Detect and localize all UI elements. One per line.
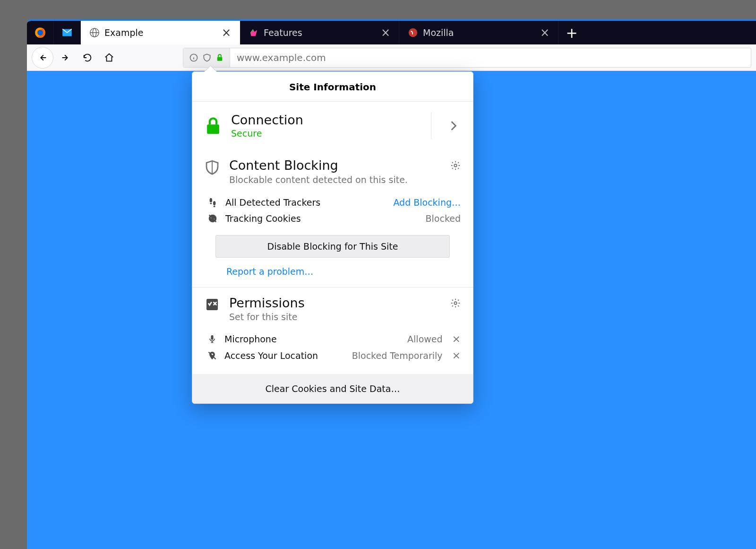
connection-section[interactable]: Connection Secure — [192, 102, 473, 150]
permissions-icon — [205, 296, 220, 312]
permissions-section: Permissions Set for this site Microphone… — [192, 288, 473, 375]
permission-row-location: Access Your Location Blocked Temporarily… — [207, 347, 461, 364]
tab-strip: Example × Features × Mozilla × + — [27, 21, 756, 44]
url-bar[interactable]: www.example.com — [183, 48, 751, 68]
home-button[interactable] — [100, 48, 119, 67]
chevron-right-icon — [441, 121, 461, 131]
lock-icon — [215, 53, 224, 62]
tab-example[interactable]: Example × — [81, 21, 240, 44]
close-icon[interactable]: × — [381, 26, 390, 39]
cookies-label: Tracking Cookies — [225, 213, 418, 224]
shield-icon — [205, 158, 220, 176]
content-blocking-heading: Content Blocking — [229, 158, 441, 173]
svg-point-4 — [409, 28, 417, 37]
pinned-tab-mail[interactable] — [54, 21, 81, 44]
close-icon[interactable]: × — [222, 26, 231, 39]
mail-icon — [61, 26, 73, 39]
svg-point-9 — [210, 198, 213, 202]
remove-permission-button[interactable]: × — [450, 333, 461, 345]
tab-label: Example — [104, 27, 143, 38]
svg-rect-12 — [214, 206, 215, 207]
globe-icon — [89, 27, 100, 38]
svg-rect-11 — [210, 203, 212, 204]
cookies-row: Tracking Cookies Blocked — [207, 210, 461, 227]
identity-box[interactable] — [183, 48, 230, 67]
svg-point-1 — [37, 30, 43, 35]
tracker-row: All Detected Trackers Add Blocking… — [207, 194, 461, 210]
reload-icon — [82, 52, 93, 63]
permission-label: Microphone — [224, 334, 400, 344]
tracker-label: All Detected Trackers — [225, 197, 386, 208]
svg-rect-18 — [211, 335, 214, 340]
report-problem-link[interactable]: Report a problem… — [226, 266, 313, 277]
cookie-blocked-icon — [207, 213, 218, 224]
arrow-right-icon — [60, 52, 71, 63]
add-blocking-link[interactable]: Add Blocking… — [393, 197, 461, 208]
popup-title: Site Information — [192, 72, 473, 102]
info-icon — [189, 53, 198, 62]
location-blocked-icon — [207, 350, 217, 361]
permissions-sub: Set for this site — [229, 312, 441, 322]
firefox-icon — [34, 26, 46, 39]
site-info-popup: Site Information Connection Secure — [192, 71, 473, 404]
permission-row-microphone: Microphone Allowed × — [207, 331, 461, 347]
gear-icon[interactable] — [450, 296, 461, 308]
permissions-heading: Permissions — [229, 296, 441, 310]
arrow-left-icon — [37, 52, 48, 63]
permission-status: Blocked Temporarily — [352, 350, 443, 361]
features-icon — [249, 27, 259, 38]
clear-cookies-button[interactable]: Clear Cookies and Site Data… — [192, 374, 473, 403]
shield-icon — [202, 53, 212, 62]
new-tab-button[interactable]: + — [558, 21, 585, 44]
svg-rect-7 — [207, 124, 219, 134]
reload-button[interactable] — [78, 48, 97, 67]
tab-features[interactable]: Features × — [240, 21, 399, 44]
home-icon — [104, 52, 114, 63]
navigation-toolbar: www.example.com — [27, 44, 756, 71]
pinned-tab-firefox[interactable] — [27, 21, 54, 44]
connection-text: Connection Secure — [231, 113, 421, 139]
svg-rect-6 — [217, 57, 223, 61]
content-blocking-section: Content Blocking Blockable content detec… — [192, 150, 473, 288]
svg-point-17 — [454, 302, 457, 305]
gear-icon[interactable] — [450, 158, 461, 171]
tab-mozilla[interactable]: Mozilla × — [399, 21, 558, 44]
connection-status: Secure — [231, 128, 421, 139]
connection-heading: Connection — [231, 113, 421, 127]
pinned-tabs — [27, 21, 81, 44]
svg-point-8 — [454, 164, 457, 167]
forward-button[interactable] — [56, 48, 75, 67]
cookies-status: Blocked — [426, 213, 461, 224]
disable-blocking-button[interactable]: Disable Blocking for This Site — [215, 235, 450, 258]
back-button[interactable] — [32, 47, 53, 69]
content-blocking-sub: Blockable content detected on this site. — [229, 174, 441, 185]
lock-icon — [205, 116, 222, 135]
close-icon[interactable]: × — [540, 26, 550, 39]
remove-permission-button[interactable]: × — [450, 349, 461, 361]
svg-point-10 — [213, 201, 216, 205]
tab-label: Mozilla — [423, 27, 454, 38]
divider — [431, 112, 431, 139]
permission-status: Allowed — [407, 334, 442, 344]
microphone-icon — [207, 334, 217, 344]
tab-label: Features — [264, 27, 302, 38]
browser-window: Example × Features × Mozilla × + — [27, 19, 756, 549]
permission-label: Access Your Location — [224, 350, 344, 361]
mozilla-icon — [408, 27, 418, 38]
footprints-icon — [207, 197, 218, 208]
url-text: www.example.com — [230, 52, 333, 63]
